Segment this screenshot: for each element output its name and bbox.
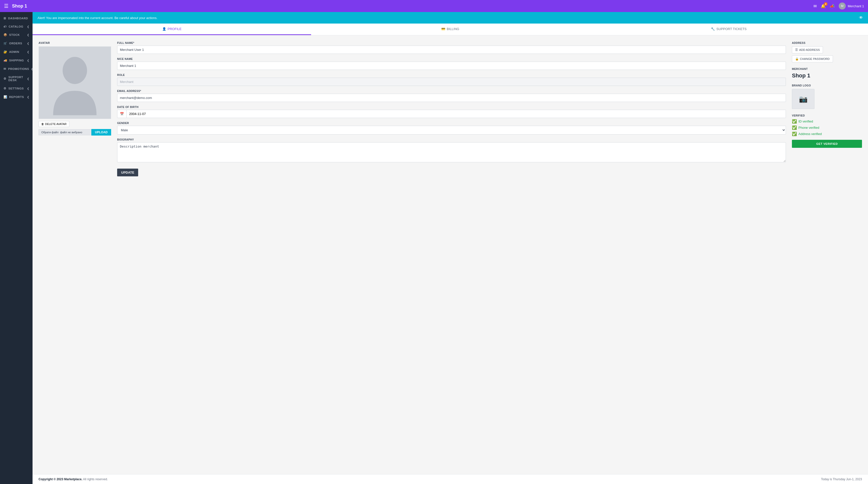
sidebar-item-catalog[interactable]: 🏷CATALOG ❮ bbox=[0, 23, 33, 31]
sidebar-item-support-desk[interactable]: ⚙SUPPORT DESK ❮ bbox=[0, 73, 33, 84]
nice-name-label: NICE NAME bbox=[117, 57, 786, 60]
layout: ⊞DASHBOARD 🏷CATALOG ❮ 📦STOCK ❮ 🛒ORDERS ❮… bbox=[0, 12, 868, 484]
svg-point-0 bbox=[63, 57, 87, 84]
add-address-label: ADD ADDRESS bbox=[799, 48, 820, 51]
update-button[interactable]: UPDATE bbox=[117, 169, 138, 176]
orders-chevron: ❮ bbox=[27, 42, 29, 45]
email-group: EMAIL ADDRESS* bbox=[117, 89, 786, 102]
phone-verified-icon: ✅ bbox=[792, 125, 797, 130]
tab-billing[interactable]: 💳 BILLING bbox=[311, 24, 590, 35]
verified-item-phone: ✅ Phone verified bbox=[792, 125, 862, 130]
trash-icon: 🗑 bbox=[41, 122, 44, 125]
brand-logo-box[interactable]: 📷 bbox=[792, 89, 814, 109]
gender-label: GENDER bbox=[117, 121, 786, 124]
announcement-icon[interactable]: 📣 bbox=[830, 4, 835, 8]
role-label: ROLE bbox=[117, 74, 786, 77]
delete-avatar-label: DELETE AVATAR bbox=[45, 122, 67, 125]
date-input-wrap: 📅 bbox=[117, 110, 786, 118]
full-name-input[interactable] bbox=[117, 46, 786, 54]
dob-input[interactable] bbox=[127, 110, 786, 118]
sidebar-item-admin[interactable]: 🔐ADMIN ❮ bbox=[0, 48, 33, 56]
user-menu[interactable]: M Merchant 1 bbox=[839, 2, 864, 9]
topbar-right: ✉ 🔔 2 📣 M Merchant 1 bbox=[813, 2, 864, 9]
admin-icon: 🔐 bbox=[3, 50, 7, 54]
plus-icon: ☰ bbox=[795, 48, 798, 52]
sidebar-item-promotions[interactable]: ✉PROMOTIONS ❮ bbox=[0, 65, 33, 73]
notification-icon[interactable]: 🔔 2 bbox=[821, 4, 826, 8]
get-verified-button[interactable]: GET VERIFIED bbox=[792, 140, 862, 148]
sidebar-label-shipping: SHIPPING bbox=[9, 59, 24, 62]
profile-tab-label: PROFILE bbox=[168, 27, 182, 31]
alert-message: Alert! You are impersonated into the cur… bbox=[37, 16, 157, 20]
nice-name-group: NICE NAME bbox=[117, 57, 786, 70]
camera-icon: 📷 bbox=[799, 95, 808, 103]
footer-rights-text: All rights reserved. bbox=[83, 478, 108, 481]
alert-close-icon[interactable]: 👁 bbox=[859, 16, 863, 20]
sidebar-item-stock[interactable]: 📦STOCK ❮ bbox=[0, 31, 33, 39]
sidebar: ⊞DASHBOARD 🏷CATALOG ❮ 📦STOCK ❮ 🛒ORDERS ❮… bbox=[0, 12, 33, 484]
file-button-text[interactable]: Обрати файл bbox=[41, 131, 59, 134]
sidebar-label-support-desk: SUPPORT DESK bbox=[8, 76, 25, 82]
tab-profile[interactable]: 👤 PROFILE bbox=[33, 24, 311, 35]
sidebar-label-stock: STOCK bbox=[9, 33, 20, 36]
address-label: ADDRESS bbox=[792, 41, 862, 44]
brand-logo-section: BRAND LOGO 📷 bbox=[792, 84, 862, 109]
sidebar-item-settings[interactable]: ⚙SETTINGS ❮ bbox=[0, 84, 33, 93]
support-tab-label: SUPPORT TICKETS bbox=[716, 27, 747, 31]
nice-name-input[interactable] bbox=[117, 62, 786, 70]
settings-chevron: ❮ bbox=[27, 87, 29, 90]
change-password-button[interactable]: 🔒 CHANGE PASSWORD bbox=[792, 55, 833, 62]
shipping-chevron: ❮ bbox=[27, 59, 29, 62]
gender-select[interactable]: Male Female Other bbox=[117, 126, 786, 135]
verified-section: VERIFIED ✅ ID verified ✅ Phone verified … bbox=[792, 114, 862, 148]
brand-logo-label: BRAND LOGO bbox=[792, 84, 862, 87]
billing-tab-label: BILLING bbox=[447, 27, 459, 31]
lock-icon: 🔒 bbox=[795, 57, 799, 61]
biography-textarea[interactable]: Description merchant bbox=[117, 142, 786, 162]
shipping-icon: 🚚 bbox=[3, 59, 7, 62]
avatar-column: AVATAR 🗑 DELETE AVATAR Обр bbox=[38, 41, 111, 136]
stock-icon: 📦 bbox=[3, 33, 7, 36]
alert-bar: Alert! You are impersonated into the cur… bbox=[33, 12, 868, 24]
admin-chevron: ❮ bbox=[27, 51, 29, 53]
promotions-icon: ✉ bbox=[3, 67, 6, 70]
add-address-button[interactable]: ☰ ADD ADDRESS bbox=[792, 46, 823, 53]
verified-item-id: ✅ ID verified bbox=[792, 119, 862, 124]
avatar-silhouette bbox=[47, 50, 102, 115]
sidebar-label-catalog: CATALOG bbox=[9, 25, 24, 28]
reports-chevron: ❮ bbox=[27, 96, 29, 98]
phone-verified-label: Phone verified bbox=[799, 126, 819, 130]
email-label: EMAIL ADDRESS* bbox=[117, 89, 786, 92]
sidebar-item-reports[interactable]: 📊REPORTS ❮ bbox=[0, 93, 33, 101]
support-desk-icon: ⚙ bbox=[3, 77, 6, 80]
role-group: ROLE bbox=[117, 74, 786, 86]
merchant-label: MERCHANT bbox=[792, 67, 862, 70]
change-password-label: CHANGE PASSWORD bbox=[800, 57, 830, 60]
id-verified-label: ID verified bbox=[799, 119, 813, 123]
sidebar-label-promotions: PROMOTIONS bbox=[8, 67, 29, 70]
footer-copyright-text: Copyright © 2023 Marketplace. bbox=[38, 478, 82, 481]
email-icon[interactable]: ✉ bbox=[813, 4, 817, 8]
address-verified-icon: ✅ bbox=[792, 132, 797, 136]
upload-button[interactable]: UPLOAD bbox=[91, 129, 111, 136]
sidebar-label-settings: SETTINGS bbox=[8, 87, 24, 90]
hamburger-icon[interactable]: ☰ bbox=[4, 3, 8, 9]
verified-label: VERIFIED bbox=[792, 114, 862, 117]
stock-chevron: ❮ bbox=[27, 34, 29, 36]
email-input[interactable] bbox=[117, 94, 786, 102]
sidebar-item-shipping[interactable]: 🚚SHIPPING ❮ bbox=[0, 56, 33, 65]
calendar-icon: 📅 bbox=[117, 110, 127, 118]
topbar-left: ☰ Shop 1 bbox=[4, 3, 27, 9]
delete-avatar-button[interactable]: 🗑 DELETE AVATAR bbox=[38, 121, 69, 127]
sidebar-item-dashboard[interactable]: ⊞DASHBOARD bbox=[0, 14, 33, 23]
profile-area: AVATAR 🗑 DELETE AVATAR Обр bbox=[33, 35, 868, 182]
reports-icon: 📊 bbox=[3, 95, 7, 99]
sidebar-item-orders[interactable]: 🛒ORDERS ❮ bbox=[0, 39, 33, 48]
tab-support[interactable]: 🔧 SUPPORT TICKETS bbox=[589, 24, 868, 35]
profile-tab-icon: 👤 bbox=[162, 27, 166, 31]
id-verified-icon: ✅ bbox=[792, 119, 797, 124]
footer-date: Today is Thursday Jun-1, 2023 bbox=[821, 478, 862, 481]
address-verified-label: Address verified bbox=[799, 132, 822, 136]
billing-tab-icon: 💳 bbox=[441, 27, 445, 31]
file-input-area: Обрати файл файл не вибрано UPLOAD bbox=[38, 129, 111, 136]
